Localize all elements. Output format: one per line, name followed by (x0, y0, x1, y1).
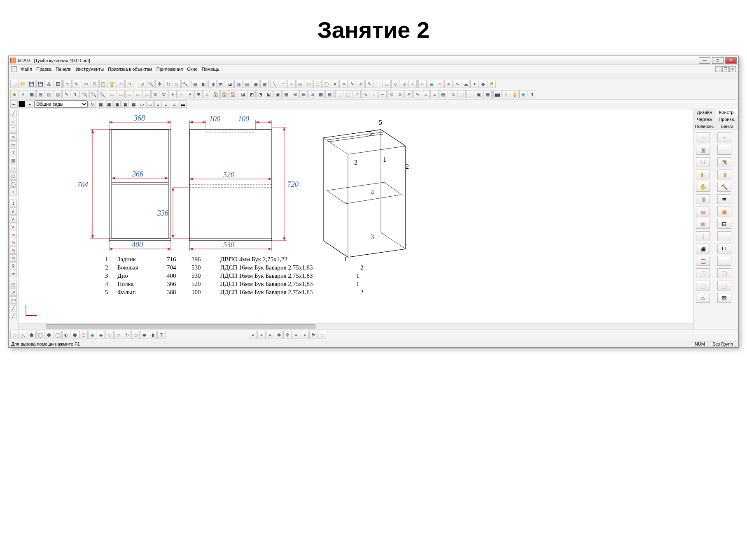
lt-up3-icon[interactable]: ∧ (9, 223, 17, 230)
panel-tool-drawer-icon[interactable]: ▤ (696, 207, 710, 216)
dim8-icon[interactable]: ◆ (479, 80, 487, 88)
zoomout-icon[interactable]: 🔍 (89, 90, 98, 98)
panel-tool-copy-icon[interactable]: ◨ (717, 170, 731, 179)
t2d-icon[interactable]: ▤ (36, 90, 44, 98)
layer-refresh-icon[interactable]: ↻ (89, 100, 96, 108)
t1-icon[interactable]: ⇲ (449, 90, 457, 98)
view4-icon[interactable]: ◩ (217, 80, 225, 88)
lb4-icon[interactable]: ▦ (121, 100, 129, 108)
line-tool-icon[interactable]: ╲ (270, 80, 278, 88)
lt-circle-icon[interactable]: ○ (9, 118, 17, 125)
arc2-icon[interactable]: ⌓ (383, 80, 391, 88)
light-icon[interactable]: ⚲ (502, 90, 510, 98)
lt-shape5-icon[interactable]: ╱ (9, 312, 17, 319)
cross-icon[interactable]: + (287, 80, 296, 88)
layer-icon-1[interactable]: ⇤ (10, 100, 18, 108)
bb6-icon[interactable]: ◯ (54, 331, 62, 339)
panel-tool-q3-icon[interactable]: ◰ (696, 281, 710, 290)
dim5-icon[interactable]: ∿ (453, 80, 461, 88)
mdi-min-button[interactable]: _ (715, 66, 722, 72)
r10-icon[interactable]: ▦ (317, 90, 325, 98)
bb18-icon[interactable]: T (157, 331, 166, 339)
color-swatch[interactable] (19, 101, 25, 107)
bb7-icon[interactable]: ◐ (62, 331, 70, 339)
r9-icon[interactable]: ⊡ (308, 90, 316, 98)
panel-tool-door-icon[interactable]: ▥ (696, 194, 710, 204)
t2e-icon[interactable]: ▥ (45, 90, 53, 98)
polyline-tool-icon[interactable]: 〰 (279, 80, 287, 88)
panel-tool-box-icon[interactable]: ▣ (696, 145, 710, 155)
misc1-icon[interactable]: ✦ (186, 90, 194, 98)
menu-tools[interactable]: Инструменты (76, 67, 104, 72)
cut-icon[interactable]: ✂ (82, 80, 90, 88)
lb3-icon[interactable]: ▦ (113, 100, 121, 108)
poly-icon[interactable]: ⬠ (313, 80, 322, 88)
dim2-icon[interactable]: ≣ (427, 80, 435, 88)
bb2-icon[interactable]: △ (19, 331, 27, 339)
plus-icon[interactable]: + (409, 80, 417, 88)
pointer-icon[interactable]: ↖ (63, 80, 72, 88)
lt-text-icon[interactable]: T (9, 149, 17, 156)
panel-tool-home-icon[interactable]: ⌂ (696, 293, 710, 303)
t2-icon[interactable]: ⬚ (458, 90, 466, 98)
tab-design[interactable]: Дизайн (693, 109, 716, 116)
s2-icon[interactable]: ⬚ (344, 90, 352, 98)
saveas-icon[interactable]: 💾 (36, 80, 44, 88)
s8-icon[interactable]: ⊘ (396, 90, 404, 98)
lt-shape1-icon[interactable]: ◳ (9, 281, 17, 288)
tab-surfaces[interactable]: Поверхн. (693, 123, 716, 130)
dim3-icon[interactable]: ≋ (436, 80, 444, 88)
misc2-icon[interactable]: ✱ (194, 90, 203, 98)
bb25-icon[interactable]: ● (301, 331, 309, 339)
bb14-icon[interactable]: ↻ (123, 331, 131, 339)
cam-icon[interactable]: 📷 (493, 90, 502, 98)
panel-tool-mail-icon[interactable]: ✉ (717, 293, 731, 303)
edit1-icon[interactable]: ✎ (348, 80, 356, 88)
t2f-icon[interactable]: ▧ (54, 90, 62, 98)
box3-icon[interactable]: ▭ (125, 90, 133, 98)
flag-icon[interactable]: ⚑ (488, 80, 496, 88)
s4-icon[interactable]: ↘ (361, 90, 369, 98)
bb9-icon[interactable]: ⬠ (79, 331, 88, 339)
s13-icon[interactable]: ▤ (439, 90, 447, 98)
s3-icon[interactable]: ↗ (352, 90, 361, 98)
box1-icon[interactable]: ▭ (108, 90, 116, 98)
bb1-icon[interactable]: ▭ (10, 331, 19, 339)
panel-tool-q4-icon[interactable]: ◱ (717, 281, 731, 290)
s10-icon[interactable]: ∿ (413, 90, 421, 98)
panel-tool-cut-icon[interactable]: ⬔ (717, 157, 731, 167)
lb9-icon[interactable]: ⌂ (163, 100, 170, 108)
zoom-fit-icon[interactable]: ⊕ (138, 80, 146, 88)
bb19-icon[interactable]: ● (249, 331, 257, 339)
save-icon[interactable]: 💾 (28, 80, 36, 88)
lt-wave1-icon[interactable]: ∿ (9, 231, 17, 238)
lt-shape4-icon[interactable]: ╱ (9, 304, 17, 311)
s12-icon[interactable]: ⟁ (430, 90, 439, 98)
t5-icon[interactable]: ▦ (483, 90, 492, 98)
r5-icon[interactable]: ▣ (273, 90, 282, 98)
lb6-icon[interactable]: ▭ (138, 100, 145, 108)
panel-tool-profile-icon[interactable]: ⌐ (717, 132, 731, 142)
tab-drawing[interactable]: Чертеж (693, 116, 716, 123)
copy-icon[interactable]: ⎘ (91, 80, 99, 88)
s7-icon[interactable]: ⟲ (387, 90, 395, 98)
panel-tool-orange-icon[interactable]: ▦ (717, 207, 731, 216)
misc3-icon[interactable]: ⌂ (203, 90, 211, 98)
panel-tool-q2-icon[interactable]: ◲ (717, 268, 731, 278)
r11-icon[interactable]: ▩ (325, 90, 334, 98)
panel-tool-grid-icon[interactable]: ▦ (696, 244, 710, 253)
bulb-icon[interactable]: 💡 (511, 90, 519, 98)
minimize-button[interactable]: — (699, 57, 710, 64)
lb10-icon[interactable]: ⌂ (171, 100, 178, 108)
lt-move-icon[interactable]: ↧ (9, 200, 17, 207)
print-icon[interactable]: 🖶 (45, 80, 53, 88)
panel-tool-red-icon[interactable]: ◫ (696, 256, 710, 266)
menu-help[interactable]: Помощь (202, 67, 219, 72)
dim1-icon[interactable]: ↔ (418, 80, 427, 88)
preview-icon[interactable]: 🖼 (54, 80, 62, 88)
panel-tool-shelf-icon[interactable]: ⊔ (696, 157, 710, 167)
panel-tool-hand-icon[interactable]: ✋ (696, 182, 710, 192)
undo-icon[interactable]: ↶ (117, 80, 125, 88)
lt-tool2-icon[interactable]: ▱ (9, 270, 17, 277)
view6-icon[interactable]: ▥ (234, 80, 243, 88)
